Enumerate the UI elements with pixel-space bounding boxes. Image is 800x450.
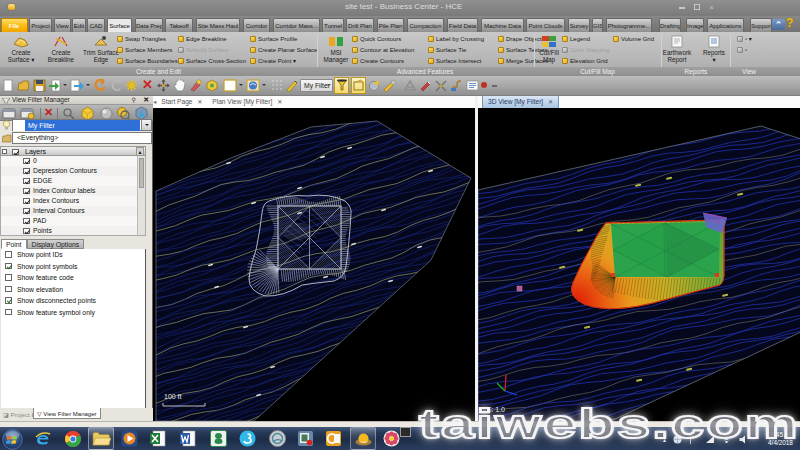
- svg-text:100 ft: 100 ft: [164, 393, 182, 400]
